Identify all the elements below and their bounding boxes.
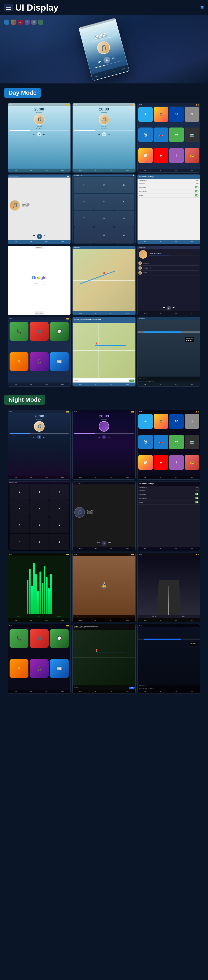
- night-nav-media-next[interactable]: ⏭: [194, 644, 195, 646]
- ios-app-music[interactable]: 🎵: [30, 322, 49, 341]
- social-nav-gps[interactable]: GPS: [175, 312, 177, 314]
- night-dial-star[interactable]: *: [9, 534, 29, 550]
- night-dial-1[interactable]: 1: [9, 484, 29, 500]
- night-road-nav-gps[interactable]: GPS: [175, 620, 177, 621]
- nav-nav-bt[interactable]: BT: [160, 384, 161, 385]
- night-app-youtube[interactable]: ▶: [154, 455, 168, 470]
- dial-star[interactable]: *: [74, 228, 94, 243]
- nav-bt-3[interactable]: BT: [160, 170, 161, 171]
- night-appgrid-nav-apps[interactable]: APPS: [191, 477, 193, 478]
- bt-nav-apps[interactable]: APPS: [61, 241, 64, 242]
- night-appgrid-nav-dial[interactable]: DIAL: [144, 477, 147, 478]
- night-nav-media-play[interactable]: ▶: [192, 644, 193, 646]
- night-prev-btn-1[interactable]: ⏮: [33, 436, 35, 438]
- prev-btn-1[interactable]: ⏮: [33, 133, 35, 135]
- night-road-nav-dial[interactable]: DIAL: [144, 620, 147, 621]
- night-play-btn-2[interactable]: ⏸: [102, 435, 106, 439]
- ios-nav-apps[interactable]: APPS: [61, 384, 64, 385]
- night-ios-app-phone[interactable]: 📞: [9, 629, 28, 648]
- night-nav-nav-bt[interactable]: BT: [160, 691, 161, 692]
- night-food-nav-apps[interactable]: APPS: [126, 620, 129, 621]
- night-next-btn-1[interactable]: ⏭: [43, 436, 45, 438]
- night-nav-gps-1[interactable]: GPS: [45, 477, 47, 478]
- social-track-2[interactable]: 🎵 华乐_别想她.mp3: [139, 266, 199, 270]
- dial-2[interactable]: 2: [94, 177, 113, 193]
- bt-prev[interactable]: ⏮: [33, 234, 35, 239]
- hero-nav-dial[interactable]: DIAL: [95, 75, 98, 77]
- menu-button[interactable]: [4, 4, 13, 11]
- social-nav-bt[interactable]: BT: [160, 312, 161, 314]
- ios-app-news[interactable]: 📰: [50, 352, 69, 371]
- night-setting-value-name[interactable]: CarBT: [195, 487, 199, 488]
- coffee-nav-dial[interactable]: DIAL: [79, 384, 82, 385]
- bt-nav-dial[interactable]: DIAL: [15, 241, 17, 242]
- map-nav-gps[interactable]: GPS: [110, 312, 112, 314]
- social-track-1[interactable]: 🎵 华乐_000.mp3: [139, 261, 199, 266]
- night-app-settings[interactable]: ⚙: [184, 414, 199, 429]
- night-toggle-power[interactable]: [195, 501, 199, 503]
- ios-app-messages[interactable]: 💬: [50, 322, 69, 341]
- night-bt-play[interactable]: ⏸: [101, 541, 107, 546]
- night-bt-next[interactable]: ⏭: [108, 541, 111, 546]
- night-ios-app-news[interactable]: 📰: [50, 659, 69, 678]
- bt-nav-bt[interactable]: BT: [30, 241, 32, 242]
- night-bt-nav-apps[interactable]: APPS: [126, 548, 129, 549]
- dial-6[interactable]: 6: [114, 194, 134, 210]
- prev-btn-2[interactable]: ⏮: [98, 133, 100, 135]
- hero-prev-button[interactable]: ⏮: [98, 60, 102, 64]
- app-telegram[interactable]: ✈: [139, 107, 153, 122]
- night-dial-2[interactable]: 2: [30, 484, 49, 500]
- google-search-bar[interactable]: Search...: [33, 282, 45, 285]
- settings-nav-bt[interactable]: BT: [160, 241, 161, 242]
- settings-nav-dial[interactable]: DIAL: [144, 241, 147, 242]
- google-nav-gps[interactable]: GPS: [38, 312, 41, 314]
- night-ios-app-podcast[interactable]: 🎙: [9, 659, 28, 678]
- setting-value-name[interactable]: CarBT: [195, 180, 199, 181]
- dial-9[interactable]: 9: [114, 210, 134, 227]
- night-bt-nav-dial[interactable]: DIAL: [79, 548, 82, 549]
- map-nav-dial[interactable]: DIAL: [79, 312, 82, 314]
- night-nav-apps-1[interactable]: APPS: [61, 477, 64, 478]
- night-ios-app-podcast2[interactable]: 🎧: [30, 659, 49, 678]
- night-toggle-answer[interactable]: [195, 493, 199, 495]
- ios-app-podcast[interactable]: 🎙: [9, 352, 28, 371]
- night-bt-nav-gps[interactable]: GPS: [110, 548, 112, 549]
- night-coffee-nav-apps[interactable]: APPS: [126, 691, 129, 692]
- night-nav-apps-2[interactable]: APPS: [126, 477, 129, 478]
- ios-nav-bt[interactable]: BT: [30, 384, 32, 385]
- nav-nav-apps[interactable]: APPS: [191, 384, 193, 385]
- night-ios-nav-gps[interactable]: GPS: [45, 691, 47, 692]
- night-ios-nav-bt[interactable]: BT: [30, 691, 32, 692]
- app-settings[interactable]: ⚙: [184, 107, 199, 122]
- nav-bt-2[interactable]: BT: [95, 170, 96, 171]
- night-eq-nav-dial[interactable]: DIAL: [15, 620, 17, 621]
- night-appgrid-nav-bt[interactable]: BT: [160, 477, 161, 478]
- night-dial-hash[interactable]: #: [49, 534, 69, 550]
- night-nav-dial-1[interactable]: DIAL: [15, 477, 17, 478]
- night-app-photos[interactable]: 🖼: [139, 455, 153, 470]
- nav-media-play[interactable]: ▶: [188, 340, 189, 341]
- bt-nav-gps[interactable]: GPS: [45, 241, 47, 242]
- night-nav-gps-2[interactable]: GPS: [110, 477, 112, 478]
- night-dial-8[interactable]: 8: [30, 517, 49, 533]
- night-prev-btn-2[interactable]: ⏮: [98, 436, 100, 438]
- night-app-carplay[interactable]: 🚗: [154, 435, 168, 449]
- night-app-radio[interactable]: 📻: [184, 455, 199, 470]
- dial-1[interactable]: 1: [74, 177, 94, 193]
- coffee-go-button[interactable]: GO: [129, 380, 134, 382]
- night-coffee-nav-bt[interactable]: BT: [95, 691, 96, 692]
- map-nav-apps[interactable]: APPS: [126, 312, 129, 314]
- nav-nav-dial[interactable]: DIAL: [144, 384, 147, 385]
- social-next[interactable]: ⏭: [173, 306, 175, 310]
- night-nav-media-prev[interactable]: ⏮: [190, 644, 191, 646]
- app-maps[interactable]: 🗺: [169, 127, 184, 142]
- app-podcast[interactable]: 🎙: [169, 148, 184, 163]
- nav-gps-1[interactable]: GPS: [45, 170, 47, 171]
- night-app-camera[interactable]: 📷: [184, 435, 199, 449]
- night-app-wifi[interactable]: 📡: [139, 435, 153, 449]
- night-nav-dial-2[interactable]: DIAL: [79, 477, 82, 478]
- map-nav-bt[interactable]: BT: [95, 312, 96, 314]
- nav-nav-gps[interactable]: GPS: [175, 384, 177, 385]
- play-btn-2[interactable]: ⏸: [102, 132, 106, 137]
- toggle-answer[interactable]: [195, 186, 199, 188]
